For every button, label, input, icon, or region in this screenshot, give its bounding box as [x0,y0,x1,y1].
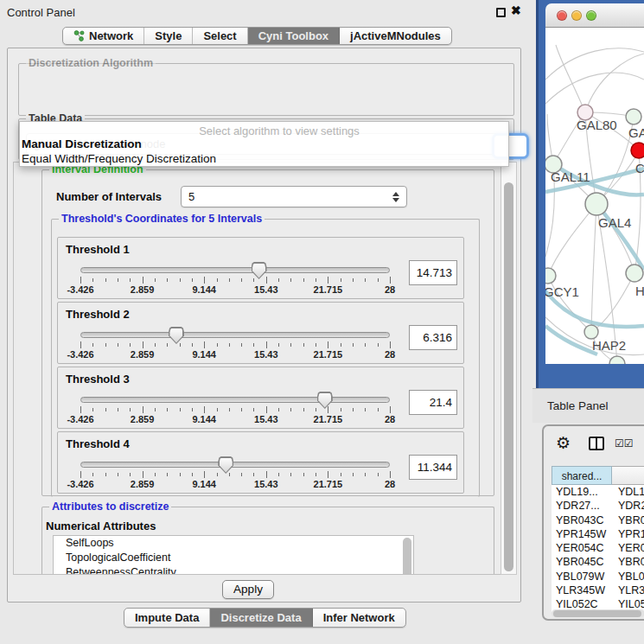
threshold-row: Threshold 2-3.4262.8599.14415.4321.71528… [57,302,464,364]
network-node[interactable] [545,268,556,284]
threshold-value-field[interactable]: 11.344 [409,455,457,480]
table-row[interactable]: YDR27...YDR27 [552,499,644,513]
list-item[interactable]: SelfLoops [54,536,413,551]
cell-shared-name: YDL19... [552,485,612,499]
tick-mark [180,408,181,411]
cell-name: YPR145W [612,527,644,541]
apply-button[interactable]: Apply [222,580,274,599]
dropdown-option-manual[interactable]: Manual Discretization [22,137,142,150]
network-node[interactable] [585,193,608,215]
cell-name: YER054C [612,541,644,555]
split-columns-icon[interactable] [589,437,604,450]
list-item[interactable]: BetweennessCentrality [54,565,413,575]
tick-mark [241,278,242,282]
scale-label: 2.859 [131,414,155,424]
column-header-shared-name[interactable]: shared... [552,466,612,485]
threshold-row: Threshold 3-3.4262.8599.14415.4321.71528… [57,367,464,429]
numerical-attributes-list[interactable]: SelfLoopsTopologicalCoefficientBetweenne… [53,535,414,575]
list-item[interactable]: TopologicalCoefficient [54,551,413,565]
select-columns-icon[interactable]: ☑☑ [615,437,634,450]
tick-mark [192,343,193,347]
network-edge[interactable] [596,204,644,270]
tab-discretize-data[interactable]: Discretize Data [210,609,312,627]
gear-icon[interactable]: ⚙ [556,433,571,453]
scrollbar-thumb[interactable] [504,182,513,571]
table-row[interactable]: YBR043CYBR043C [552,513,644,527]
tick-mark [378,343,379,347]
network-edge[interactable] [545,73,644,104]
tick-mark [105,278,106,282]
tick-mark [192,408,193,411]
network-node[interactable] [609,356,625,364]
cell-shared-name: YLR345W [552,583,612,597]
node-label: GA [628,125,644,140]
tick-mark [80,341,81,348]
table-row[interactable]: YBL079WYBL079W [552,570,644,583]
settings-scrollbar[interactable] [501,162,517,575]
slider-track[interactable] [80,462,390,468]
close-icon[interactable]: ✖ [511,3,521,17]
cyni-toolbox-panel: Discretization Algorithm Table Data galF… [7,48,521,603]
table-row[interactable]: YER054CYER054C [552,541,644,555]
scale-label: 2.859 [131,284,155,295]
threshold-value-field[interactable]: 14.713 [409,260,457,285]
network-edge[interactable] [548,204,596,276]
scale-label: -3.426 [67,414,93,424]
network-edge[interactable] [591,204,596,332]
table-row[interactable]: YLR345WYLR345W [552,583,644,597]
network-node[interactable] [626,109,641,124]
tick-mark [118,343,118,347]
tick-mark [143,341,143,348]
table-rows: YDL19...YDL19YDR27...YDR27YBR043CYBR043C… [552,485,644,612]
cell-shared-name: YER054C [552,541,612,555]
tick-mark [266,471,267,478]
minimize-traffic-light[interactable] [571,10,582,21]
threshold-value-field[interactable]: 21.4 [409,390,457,415]
slider-track[interactable] [80,332,390,338]
tick-mark [217,343,218,347]
tab-network[interactable]: Network [63,28,144,44]
tick-mark [105,473,106,476]
tick-mark [365,278,366,282]
tab-cyni-toolbox[interactable]: Cyni Toolbox [248,28,340,44]
table-row[interactable]: YPR145WYPR145W [552,527,644,541]
tab-network-label: Network [89,29,133,42]
threshold-value-field[interactable]: 6.316 [409,325,457,350]
tick-mark [229,278,230,282]
table-row[interactable]: YDL19...YDL19 [552,485,644,499]
table-row[interactable]: YBR045CYBR045C [552,555,644,569]
tab-style[interactable]: Style [144,28,193,44]
float-window-icon[interactable] [496,8,506,17]
dropdown-option-equal-width[interactable]: Equal Width/Frequency Discretization [22,152,216,165]
network-node[interactable] [584,325,598,339]
cell-name: YLR345W [612,583,644,597]
tab-jactivemnodules[interactable]: jActiveMNodules [340,28,451,44]
tab-impute-data[interactable]: Impute Data [124,609,210,627]
column-header-name[interactable]: name [612,466,644,485]
stepper-icon[interactable] [392,192,399,202]
tick-mark [167,278,168,282]
zoom-traffic-light[interactable] [586,10,596,21]
num-intervals-combobox[interactable]: 5 [181,186,407,207]
cell-shared-name: YBR045C [552,555,612,569]
network-view-canvas[interactable]: GAL80GACGAL11GAL4GCY1HHAP2 [545,28,644,364]
network-node[interactable] [626,265,643,282]
close-traffic-light[interactable] [557,10,567,21]
tick-mark [278,278,279,282]
tick-mark [204,341,205,348]
tab-select[interactable]: Select [193,28,247,44]
table-header: shared... name [552,466,644,485]
list-scrollbar[interactable] [403,538,411,575]
slider-track[interactable] [80,267,390,273]
network-node[interactable] [631,143,644,158]
slider-track[interactable] [80,397,390,403]
table-horizontal-scrollbar[interactable] [552,609,644,617]
tick-mark [390,277,391,284]
tick-mark [316,278,316,282]
network-edge[interactable] [556,45,585,112]
tick-mark [118,408,118,411]
threshold-label: Threshold 3 [66,373,130,386]
network-window-titlebar[interactable] [545,3,644,28]
tab-infer-network[interactable]: Infer Network [313,609,405,627]
network-edge[interactable] [585,54,644,112]
